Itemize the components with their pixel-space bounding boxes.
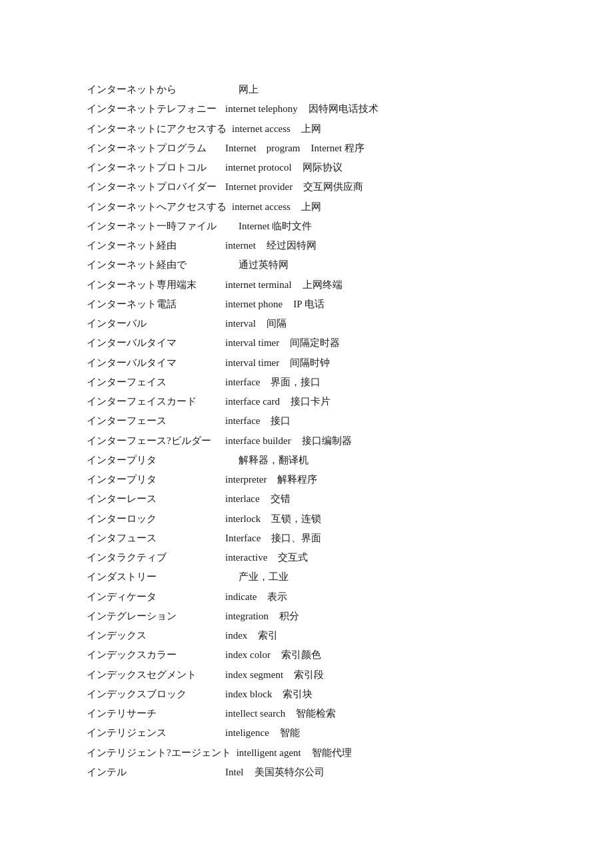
chinese-term: 经过因特网 <box>267 236 316 255</box>
chinese-term: 索引段 <box>294 665 324 685</box>
table-row: インターネットから 网上 <box>87 80 526 99</box>
english-term: Internet program <box>225 139 300 158</box>
table-row: インターネット電話internet phoneIP 电话 <box>87 295 526 314</box>
chinese-term: 产业，工业 <box>239 567 289 587</box>
table-row: インテリジェント?エージェントintelligent agent智能代理 <box>87 743 526 763</box>
table-row: インターフェースinterface接口 <box>87 411 526 431</box>
table-row: インダストリー 产业，工业 <box>87 567 526 587</box>
japanese-term: インターネットテレフォニー <box>87 99 220 119</box>
english-term: Internet provider <box>225 177 293 197</box>
table-row: インターバルタイマinterval timer间隔时钟 <box>87 353 526 373</box>
chinese-term: 表示 <box>267 587 287 607</box>
japanese-term: インターバルタイマ <box>87 333 220 353</box>
japanese-term: インデックスセグメント <box>87 665 220 685</box>
japanese-term: インターバルタイマ <box>87 353 220 373</box>
japanese-term: インデックスブロック <box>87 685 220 704</box>
japanese-term: インターフェース?ビルダー <box>87 431 220 451</box>
chinese-term: 间隔定时器 <box>290 333 340 353</box>
japanese-term: インターネット電話 <box>87 295 220 314</box>
japanese-term: インターフェイスカード <box>87 392 220 411</box>
chinese-term: 上网 <box>301 119 321 139</box>
chinese-term: 接口卡片 <box>291 392 330 411</box>
japanese-term: インテリジェンス <box>87 723 220 743</box>
english-term: interlace <box>225 489 260 509</box>
chinese-term: 交互式 <box>278 548 308 567</box>
english-term: interface card <box>225 392 280 411</box>
spacer <box>225 217 239 236</box>
japanese-term: インターフェース <box>87 411 220 431</box>
japanese-term: インターフェイス <box>87 373 220 392</box>
english-term: interface <box>225 411 260 431</box>
japanese-term: インタラクティブ <box>87 548 220 567</box>
chinese-term: 索引 <box>258 626 278 645</box>
table-row: インテリサーチintellect search智能检索 <box>87 704 526 723</box>
english-term: interval <box>225 314 256 333</box>
english-term: Interface <box>225 529 261 548</box>
table-row: インターロックinterlock互锁，连锁 <box>87 509 526 529</box>
table-row: インタラクティブinteractive交互式 <box>87 548 526 567</box>
table-row: インターフェイスカードinterface card接口卡片 <box>87 392 526 411</box>
japanese-term: インターネットプロトコル <box>87 158 220 177</box>
english-term: internet protocol <box>225 158 292 177</box>
table-row: インデックスセグメントindex segment索引段 <box>87 665 526 685</box>
japanese-term: インテグレーション <box>87 607 220 626</box>
table-row: インターネット経由internet经过因特网 <box>87 236 526 255</box>
japanese-term: インデックスカラー <box>87 645 220 665</box>
english-term: intellect search <box>225 704 285 723</box>
table-row: インテリジェンスinteligence智能 <box>87 723 526 743</box>
chinese-term: 网际协议 <box>303 158 342 177</box>
english-term: indicate <box>225 587 257 607</box>
table-row: インターネットテレフォニーinternet telephony因特网电话技术 <box>87 99 526 119</box>
chinese-term: 上网 <box>301 197 321 217</box>
chinese-term: 接口编制器 <box>302 431 352 451</box>
table-row: インターネット経由で 通过英特网 <box>87 255 526 275</box>
table-row: インターネット専用端末internet terminal上网终端 <box>87 275 526 295</box>
chinese-term: 因特网电话技术 <box>308 99 378 119</box>
chinese-term: 接口 <box>271 411 291 431</box>
english-term: inteligence <box>225 723 269 743</box>
japanese-term: インターネット経由で <box>87 255 220 275</box>
english-term: internet access <box>232 119 291 139</box>
chinese-term: 解释器，翻译机 <box>239 451 308 470</box>
english-term: index <box>225 626 247 645</box>
english-term: interface <box>225 373 260 392</box>
chinese-term: 积分 <box>279 607 299 626</box>
chinese-term: 间隔 <box>267 314 287 333</box>
table-row: インテルIntel美国英特尔公司 <box>87 763 526 782</box>
english-term: index color <box>225 645 271 665</box>
chinese-term: 美国英特尔公司 <box>255 763 324 782</box>
japanese-term: インデックス <box>87 626 220 645</box>
japanese-term: インタフュース <box>87 529 220 548</box>
table-row: インターレースinterlace交错 <box>87 489 526 509</box>
english-term: internet <box>225 236 256 255</box>
japanese-term: インターネット専用端末 <box>87 275 220 295</box>
english-term: index segment <box>225 665 283 685</box>
chinese-term: Internet 临时文件 <box>239 217 312 236</box>
table-row: インターバルinterval间隔 <box>87 314 526 333</box>
table-row: インテグレーションintegration积分 <box>87 607 526 626</box>
japanese-term: インターネットから <box>87 80 220 99</box>
table-row: インターネットにアクセスするinternet access上网 <box>87 119 526 139</box>
english-term: Intel <box>225 763 244 782</box>
chinese-term: 间隔时钟 <box>290 353 330 373</box>
chinese-term: 智能代理 <box>312 743 352 763</box>
table-row: インタフュースInterface接口、界面 <box>87 529 526 548</box>
english-term: integration <box>225 607 269 626</box>
english-term: internet terminal <box>225 275 292 295</box>
japanese-term: インディケータ <box>87 587 220 607</box>
japanese-term: インタープリタ <box>87 470 220 489</box>
chinese-term: 智能 <box>280 723 300 743</box>
chinese-term: 界面，接口 <box>271 373 320 392</box>
english-term: index block <box>225 685 272 704</box>
chinese-term: 交互网供应商 <box>303 177 363 197</box>
english-term: internet access <box>232 197 291 217</box>
table-row: インターネットプロトコルinternet protocol网际协议 <box>87 158 526 177</box>
japanese-term: インダストリー <box>87 567 220 587</box>
chinese-term: 智能检索 <box>296 704 336 723</box>
entries-list: インターネットから 网上インターネットテレフォニーinternet teleph… <box>87 80 526 782</box>
table-row: インターネットプロバイダーInternet provider交互网供应商 <box>87 177 526 197</box>
chinese-term: 网上 <box>239 80 259 99</box>
japanese-term: インターレース <box>87 489 220 509</box>
chinese-term: 交错 <box>271 489 291 509</box>
table-row: インタープリタ 解释器，翻译机 <box>87 451 526 470</box>
